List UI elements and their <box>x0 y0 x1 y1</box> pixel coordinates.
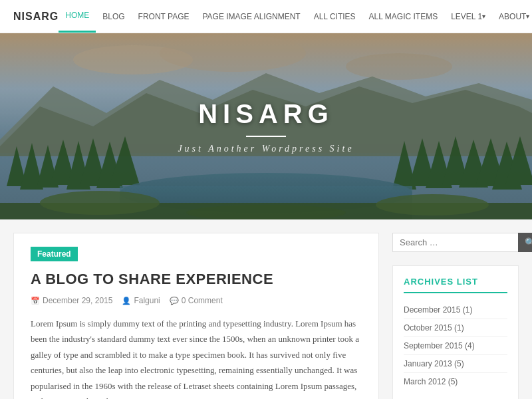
nav-front-page[interactable]: FRONT PAGE <box>132 0 196 33</box>
hero-section: NISARG Just Another Wordpress Site <box>0 33 532 219</box>
nav-page-image-alignment[interactable]: PAGE IMAGE ALIGNMENT <box>196 0 307 33</box>
featured-badge: Featured <box>31 247 78 261</box>
search-widget: 🔍 <box>392 233 519 252</box>
post-meta: 📅 December 29, 2015 👤 Falguni 💬 0 Commen… <box>31 296 362 305</box>
hero-text-block: NISARG Just Another Wordpress Site <box>178 99 354 154</box>
nav-blog[interactable]: BLOG <box>96 0 131 33</box>
post-date-meta: 📅 December 29, 2015 <box>31 296 112 305</box>
search-button[interactable]: 🔍 <box>518 233 532 252</box>
nav-all-magic-items[interactable]: ALL MAGIC ITEMS <box>362 0 445 33</box>
archive-item-1[interactable]: October 2015 (1) <box>404 319 507 337</box>
nav-level1[interactable]: LEVEL 1 <box>444 0 492 33</box>
hero-divider <box>246 136 286 137</box>
nav-all-cities[interactable]: ALL CITIES <box>307 0 362 33</box>
hero-title: NISARG <box>178 99 354 129</box>
content-area: Featured A BLOG TO SHARE EXPERIENCE 📅 De… <box>13 233 379 399</box>
user-icon: 👤 <box>122 297 131 305</box>
main-content-wrapper: Featured A BLOG TO SHARE EXPERIENCE 📅 De… <box>0 219 532 399</box>
post-title: A BLOG TO SHARE EXPERIENCE <box>31 271 362 288</box>
blog-post-card: Featured A BLOG TO SHARE EXPERIENCE 📅 De… <box>13 233 379 399</box>
archive-item-3[interactable]: January 2013 (5) <box>404 355 507 373</box>
post-comments-meta: 💬 0 Comment <box>170 296 223 305</box>
post-comments[interactable]: 0 Comment <box>182 296 223 305</box>
main-navigation: HOME BLOG FRONT PAGE PAGE IMAGE ALIGNMEN… <box>59 0 532 33</box>
comment-icon: 💬 <box>170 297 179 305</box>
archives-widget: ARCHIVES LIST December 2015 (1) October … <box>392 265 519 399</box>
nav-home[interactable]: HOME <box>59 0 96 33</box>
site-logo[interactable]: NISARG <box>13 11 59 23</box>
archive-item-2[interactable]: September 2015 (4) <box>404 337 507 355</box>
post-author-meta: 👤 Falguni <box>122 296 160 305</box>
calendar-icon: 📅 <box>31 297 40 305</box>
post-author[interactable]: Falguni <box>134 296 160 305</box>
post-body: Lorem Ipsum is simply dummy text of the … <box>31 316 362 399</box>
search-input[interactable] <box>392 233 518 252</box>
archives-title: ARCHIVES LIST <box>404 277 507 293</box>
nav-about[interactable]: ABOUT <box>492 0 532 33</box>
archive-item-0[interactable]: December 2015 (1) <box>404 301 507 319</box>
hero-tagline: Just Another Wordpress Site <box>178 144 354 154</box>
site-header: NISARG HOME BLOG FRONT PAGE PAGE IMAGE A… <box>0 0 532 33</box>
post-date: December 29, 2015 <box>43 296 112 305</box>
archive-item-4[interactable]: March 2012 (5) <box>404 373 507 390</box>
sidebar: 🔍 ARCHIVES LIST December 2015 (1) Octobe… <box>392 233 519 399</box>
